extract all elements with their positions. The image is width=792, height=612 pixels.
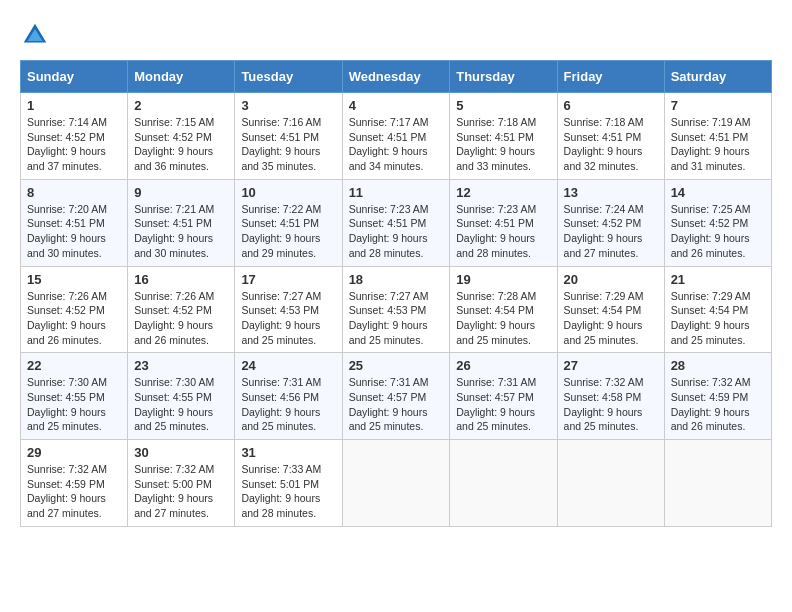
calendar-cell: 15 Sunrise: 7:26 AMSunset: 4:52 PMDaylig…: [21, 266, 128, 353]
day-number: 31: [241, 445, 335, 460]
day-header-saturday: Saturday: [664, 61, 771, 93]
day-number: 29: [27, 445, 121, 460]
calendar-cell: 16 Sunrise: 7:26 AMSunset: 4:52 PMDaylig…: [128, 266, 235, 353]
day-info: Sunrise: 7:32 AMSunset: 4:59 PMDaylight:…: [27, 463, 107, 519]
calendar-cell: 14 Sunrise: 7:25 AMSunset: 4:52 PMDaylig…: [664, 179, 771, 266]
calendar-cell: 20 Sunrise: 7:29 AMSunset: 4:54 PMDaylig…: [557, 266, 664, 353]
day-info: Sunrise: 7:29 AMSunset: 4:54 PMDaylight:…: [671, 290, 751, 346]
calendar-cell: 5 Sunrise: 7:18 AMSunset: 4:51 PMDayligh…: [450, 93, 557, 180]
day-number: 11: [349, 185, 444, 200]
day-info: Sunrise: 7:31 AMSunset: 4:57 PMDaylight:…: [456, 376, 536, 432]
calendar-cell: [450, 440, 557, 527]
day-info: Sunrise: 7:16 AMSunset: 4:51 PMDaylight:…: [241, 116, 321, 172]
day-number: 9: [134, 185, 228, 200]
day-header-wednesday: Wednesday: [342, 61, 450, 93]
day-number: 23: [134, 358, 228, 373]
calendar-cell: 24 Sunrise: 7:31 AMSunset: 4:56 PMDaylig…: [235, 353, 342, 440]
day-number: 30: [134, 445, 228, 460]
day-info: Sunrise: 7:17 AMSunset: 4:51 PMDaylight:…: [349, 116, 429, 172]
day-number: 4: [349, 98, 444, 113]
day-info: Sunrise: 7:25 AMSunset: 4:52 PMDaylight:…: [671, 203, 751, 259]
day-info: Sunrise: 7:15 AMSunset: 4:52 PMDaylight:…: [134, 116, 214, 172]
calendar-cell: 26 Sunrise: 7:31 AMSunset: 4:57 PMDaylig…: [450, 353, 557, 440]
day-info: Sunrise: 7:18 AMSunset: 4:51 PMDaylight:…: [456, 116, 536, 172]
calendar-cell: 30 Sunrise: 7:32 AMSunset: 5:00 PMDaylig…: [128, 440, 235, 527]
day-header-sunday: Sunday: [21, 61, 128, 93]
calendar-cell: 21 Sunrise: 7:29 AMSunset: 4:54 PMDaylig…: [664, 266, 771, 353]
calendar-cell: 23 Sunrise: 7:30 AMSunset: 4:55 PMDaylig…: [128, 353, 235, 440]
calendar-cell: 13 Sunrise: 7:24 AMSunset: 4:52 PMDaylig…: [557, 179, 664, 266]
day-number: 8: [27, 185, 121, 200]
day-info: Sunrise: 7:22 AMSunset: 4:51 PMDaylight:…: [241, 203, 321, 259]
calendar-cell: 2 Sunrise: 7:15 AMSunset: 4:52 PMDayligh…: [128, 93, 235, 180]
day-info: Sunrise: 7:29 AMSunset: 4:54 PMDaylight:…: [564, 290, 644, 346]
day-number: 10: [241, 185, 335, 200]
day-info: Sunrise: 7:31 AMSunset: 4:57 PMDaylight:…: [349, 376, 429, 432]
day-number: 7: [671, 98, 765, 113]
day-header-monday: Monday: [128, 61, 235, 93]
day-number: 13: [564, 185, 658, 200]
day-number: 21: [671, 272, 765, 287]
calendar-cell: 10 Sunrise: 7:22 AMSunset: 4:51 PMDaylig…: [235, 179, 342, 266]
calendar-cell: 22 Sunrise: 7:30 AMSunset: 4:55 PMDaylig…: [21, 353, 128, 440]
day-info: Sunrise: 7:23 AMSunset: 4:51 PMDaylight:…: [349, 203, 429, 259]
day-number: 19: [456, 272, 550, 287]
day-info: Sunrise: 7:32 AMSunset: 5:00 PMDaylight:…: [134, 463, 214, 519]
day-number: 25: [349, 358, 444, 373]
day-info: Sunrise: 7:30 AMSunset: 4:55 PMDaylight:…: [134, 376, 214, 432]
day-number: 12: [456, 185, 550, 200]
calendar-cell: 18 Sunrise: 7:27 AMSunset: 4:53 PMDaylig…: [342, 266, 450, 353]
day-number: 3: [241, 98, 335, 113]
calendar-cell: 12 Sunrise: 7:23 AMSunset: 4:51 PMDaylig…: [450, 179, 557, 266]
logo: [20, 20, 54, 50]
day-info: Sunrise: 7:24 AMSunset: 4:52 PMDaylight:…: [564, 203, 644, 259]
calendar-cell: 27 Sunrise: 7:32 AMSunset: 4:58 PMDaylig…: [557, 353, 664, 440]
day-info: Sunrise: 7:26 AMSunset: 4:52 PMDaylight:…: [27, 290, 107, 346]
day-info: Sunrise: 7:32 AMSunset: 4:58 PMDaylight:…: [564, 376, 644, 432]
calendar-week-5: 29 Sunrise: 7:32 AMSunset: 4:59 PMDaylig…: [21, 440, 772, 527]
day-info: Sunrise: 7:26 AMSunset: 4:52 PMDaylight:…: [134, 290, 214, 346]
calendar-cell: 4 Sunrise: 7:17 AMSunset: 4:51 PMDayligh…: [342, 93, 450, 180]
day-info: Sunrise: 7:33 AMSunset: 5:01 PMDaylight:…: [241, 463, 321, 519]
calendar-cell: 17 Sunrise: 7:27 AMSunset: 4:53 PMDaylig…: [235, 266, 342, 353]
calendar-week-4: 22 Sunrise: 7:30 AMSunset: 4:55 PMDaylig…: [21, 353, 772, 440]
day-number: 17: [241, 272, 335, 287]
calendar-cell: [664, 440, 771, 527]
day-info: Sunrise: 7:21 AMSunset: 4:51 PMDaylight:…: [134, 203, 214, 259]
calendar-cell: 8 Sunrise: 7:20 AMSunset: 4:51 PMDayligh…: [21, 179, 128, 266]
day-number: 14: [671, 185, 765, 200]
calendar-week-2: 8 Sunrise: 7:20 AMSunset: 4:51 PMDayligh…: [21, 179, 772, 266]
day-info: Sunrise: 7:30 AMSunset: 4:55 PMDaylight:…: [27, 376, 107, 432]
day-number: 26: [456, 358, 550, 373]
day-number: 18: [349, 272, 444, 287]
calendar-cell: [342, 440, 450, 527]
calendar-cell: 7 Sunrise: 7:19 AMSunset: 4:51 PMDayligh…: [664, 93, 771, 180]
day-header-friday: Friday: [557, 61, 664, 93]
calendar-cell: 1 Sunrise: 7:14 AMSunset: 4:52 PMDayligh…: [21, 93, 128, 180]
day-number: 15: [27, 272, 121, 287]
day-number: 16: [134, 272, 228, 287]
day-info: Sunrise: 7:14 AMSunset: 4:52 PMDaylight:…: [27, 116, 107, 172]
day-info: Sunrise: 7:18 AMSunset: 4:51 PMDaylight:…: [564, 116, 644, 172]
calendar-cell: 31 Sunrise: 7:33 AMSunset: 5:01 PMDaylig…: [235, 440, 342, 527]
day-number: 24: [241, 358, 335, 373]
calendar-cell: 6 Sunrise: 7:18 AMSunset: 4:51 PMDayligh…: [557, 93, 664, 180]
day-info: Sunrise: 7:31 AMSunset: 4:56 PMDaylight:…: [241, 376, 321, 432]
day-number: 27: [564, 358, 658, 373]
calendar-cell: 28 Sunrise: 7:32 AMSunset: 4:59 PMDaylig…: [664, 353, 771, 440]
day-info: Sunrise: 7:20 AMSunset: 4:51 PMDaylight:…: [27, 203, 107, 259]
calendar-cell: 29 Sunrise: 7:32 AMSunset: 4:59 PMDaylig…: [21, 440, 128, 527]
day-number: 22: [27, 358, 121, 373]
calendar-cell: 25 Sunrise: 7:31 AMSunset: 4:57 PMDaylig…: [342, 353, 450, 440]
day-number: 5: [456, 98, 550, 113]
day-header-thursday: Thursday: [450, 61, 557, 93]
day-header-tuesday: Tuesday: [235, 61, 342, 93]
day-number: 1: [27, 98, 121, 113]
calendar-cell: [557, 440, 664, 527]
calendar-cell: 19 Sunrise: 7:28 AMSunset: 4:54 PMDaylig…: [450, 266, 557, 353]
calendar-week-1: 1 Sunrise: 7:14 AMSunset: 4:52 PMDayligh…: [21, 93, 772, 180]
day-number: 20: [564, 272, 658, 287]
day-info: Sunrise: 7:32 AMSunset: 4:59 PMDaylight:…: [671, 376, 751, 432]
calendar-cell: 11 Sunrise: 7:23 AMSunset: 4:51 PMDaylig…: [342, 179, 450, 266]
day-number: 2: [134, 98, 228, 113]
